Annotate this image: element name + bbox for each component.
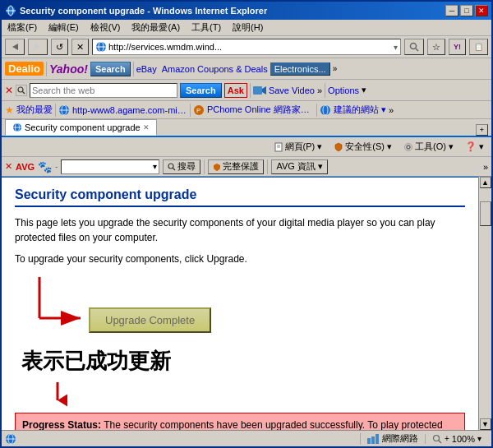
history-button[interactable]: 📋 xyxy=(469,39,488,55)
favorites-button[interactable]: ☆ xyxy=(427,39,445,55)
more-links-button[interactable]: » xyxy=(333,64,338,73)
search-input-container[interactable] xyxy=(30,83,177,98)
scroll-down-button[interactable]: ▼ xyxy=(480,418,491,430)
amazon-link[interactable]: Amazon xyxy=(162,64,195,74)
avg-search-button[interactable]: 搜尋 xyxy=(163,159,200,174)
status-network: 網際網路 xyxy=(361,432,425,445)
avg-search-combo[interactable]: ▾ xyxy=(61,159,159,174)
chinese-success-text: 表示已成功更新 xyxy=(21,347,465,376)
progress-label: Progress Status: xyxy=(22,419,101,430)
ie-fav-icon xyxy=(58,104,70,116)
separator4 xyxy=(325,83,325,98)
back-button[interactable] xyxy=(5,39,25,55)
tools-menu-button[interactable]: 工具(O) ▾ xyxy=(399,139,458,155)
menu-tools[interactable]: 工具(T) xyxy=(189,21,223,35)
avg-more-btn[interactable]: » xyxy=(483,162,488,172)
scroll-up-button[interactable]: ▲ xyxy=(480,177,491,188)
menu-favorites[interactable]: 我的最愛(A) xyxy=(129,21,182,35)
window-title: Security component upgrade - Windows Int… xyxy=(20,6,267,16)
zoom-icon xyxy=(432,434,442,444)
save-video-button[interactable]: Save Video xyxy=(269,85,315,95)
title-bar-left: Security component upgrade - Windows Int… xyxy=(5,5,267,16)
progress-text: The security components have been upgrad… xyxy=(104,419,365,430)
zoom-value: 100% xyxy=(452,434,475,444)
upgrade-complete-button[interactable]: Upgrade Complete xyxy=(89,307,211,333)
electronics-link[interactable]: Electronics... xyxy=(270,62,330,76)
menu-edit[interactable]: 編輯(E) xyxy=(46,21,81,35)
svg-rect-40 xyxy=(371,436,375,444)
agame-link[interactable]: http-www8.agame.com-mirr... xyxy=(72,105,187,115)
svg-text:P: P xyxy=(196,107,200,114)
forward-button[interactable] xyxy=(28,39,48,55)
suggested-icon xyxy=(320,104,331,116)
avg-sep1 xyxy=(204,159,205,174)
close-button[interactable]: ✕ xyxy=(475,5,488,16)
red-arrow-svg xyxy=(15,273,89,339)
menu-bar: 檔案(F) 編輯(E) 檢視(V) 我的最愛(A) 工具(T) 說明(H) xyxy=(2,20,491,36)
upgrade-section: Upgrade Complete xyxy=(15,273,465,339)
video-icon xyxy=(253,85,266,96)
maximize-button[interactable]: □ xyxy=(460,5,473,16)
address-input[interactable] xyxy=(108,42,394,52)
arrow-container xyxy=(15,273,89,339)
scrollbar[interactable]: ▲ ▼ xyxy=(478,177,491,430)
main-content: Security component upgrade This page let… xyxy=(2,177,478,430)
svg-point-27 xyxy=(407,145,410,149)
search-button[interactable]: Search xyxy=(180,83,222,98)
avg-close-button[interactable]: ✕ xyxy=(5,161,12,172)
tab-close-icon[interactable]: ✕ xyxy=(143,123,150,132)
new-tab-button[interactable]: + xyxy=(476,124,488,136)
svg-point-42 xyxy=(434,435,440,441)
tab-bar: Security component upgrade ✕ + xyxy=(2,119,491,137)
scroll-thumb[interactable] xyxy=(480,201,491,226)
tab-label: Security component upgrade xyxy=(25,122,141,132)
nav-row: ↺ ✕ ▾ ☆ Y! 📋 xyxy=(2,36,491,58)
page-icon xyxy=(274,142,283,152)
avg-combo-arrow[interactable]: ▾ xyxy=(153,162,157,171)
zoom-dropdown-icon[interactable]: ▾ xyxy=(477,434,481,443)
page-menu-button[interactable]: 網頁(P) ▾ xyxy=(270,139,327,155)
minimize-button[interactable]: ─ xyxy=(445,5,458,16)
close-search-icon[interactable]: ✕ xyxy=(5,85,13,96)
zoom-label: + xyxy=(445,434,449,443)
svg-point-28 xyxy=(404,143,412,150)
menu-help[interactable]: 說明(H) xyxy=(230,21,265,35)
options-button[interactable]: Options xyxy=(328,85,359,95)
stop-button[interactable]: ✕ xyxy=(71,39,89,55)
ebay-link[interactable]: eBay xyxy=(136,64,157,74)
title-bar: Security component upgrade - Windows Int… xyxy=(2,2,491,20)
search-web-button[interactable] xyxy=(404,39,424,55)
tools-icon xyxy=(403,142,413,152)
active-tab[interactable]: Security component upgrade ✕ xyxy=(5,119,157,136)
security-menu-button[interactable]: 安全性(S) ▾ xyxy=(329,139,396,155)
avg-search-icon xyxy=(168,163,176,171)
avg-complete-protection-button[interactable]: 完整保護 xyxy=(208,159,264,174)
favorites-link[interactable]: 我的最愛 xyxy=(16,104,53,116)
address-bar[interactable]: ▾ xyxy=(92,39,401,55)
yahoo-search-button[interactable]: Search xyxy=(90,62,131,76)
search-dropdown-btn[interactable] xyxy=(16,85,27,96)
menu-file[interactable]: 檔案(F) xyxy=(5,21,39,35)
search-input[interactable] xyxy=(30,85,177,95)
avg-sep2 xyxy=(267,159,268,174)
yahoo-toolbar: Dealio Yahoo! Search eBay Amazon Coupons… xyxy=(2,58,491,80)
save-video-more-btn[interactable]: » xyxy=(317,85,322,95)
svg-rect-39 xyxy=(367,438,371,444)
svg-marker-13 xyxy=(262,86,266,95)
svg-rect-41 xyxy=(376,434,379,444)
refresh-button[interactable]: ↺ xyxy=(51,39,68,55)
coupons-link[interactable]: Coupons & Deals xyxy=(197,64,268,74)
avg-paw-icon[interactable]: 🐾 xyxy=(38,160,52,173)
yahoo-icon-button[interactable]: Y! xyxy=(449,39,466,55)
more-favlinks-btn[interactable]: » xyxy=(389,105,394,115)
help-menu-button[interactable]: ❓ ▾ xyxy=(461,139,488,155)
ask-button[interactable]: Ask xyxy=(224,83,247,98)
svg-line-9 xyxy=(416,48,418,51)
menu-view[interactable]: 檢視(V) xyxy=(88,21,123,35)
paragraph2: To upgrade your security components, cli… xyxy=(15,252,465,266)
suggested-sites-link[interactable]: 建議的網站 ▾ xyxy=(334,104,386,116)
options-more-btn[interactable]: ▾ xyxy=(362,85,366,95)
pchome-link[interactable]: PChome Online 網路家居－... xyxy=(207,104,314,116)
down-arrow-container xyxy=(15,382,465,409)
avg-info-button[interactable]: AVG 資訊 ▾ xyxy=(271,159,328,174)
